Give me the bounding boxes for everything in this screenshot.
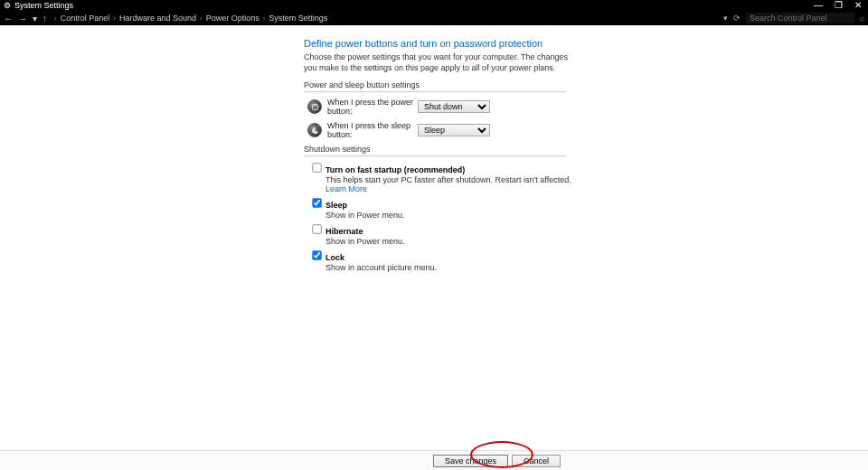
breadcrumb[interactable]: › Control Panel › Hardware and Sound › P… <box>54 14 327 23</box>
breadcrumb-item[interactable]: Control Panel <box>61 14 110 23</box>
sleep-button-label: When I press the sleep button: <box>327 121 418 139</box>
search-icon[interactable]: ⌕ <box>860 14 864 23</box>
fast-startup-row: Turn on fast startup (recommended) <box>311 162 575 174</box>
lock-checkbox-label[interactable]: Lock <box>311 253 344 262</box>
section-shutdown: Shutdown settings <box>304 145 566 156</box>
lock-option-row: Lock <box>311 249 575 262</box>
refresh-button[interactable]: ⟳ <box>733 14 741 23</box>
fast-startup-checkbox[interactable] <box>312 164 321 173</box>
breadcrumb-item[interactable]: System Settings <box>269 14 327 23</box>
sleep-button-row: When I press the sleep button: Sleep <box>304 121 575 139</box>
breadcrumb-item[interactable]: Hardware and Sound <box>119 14 196 23</box>
sleep-option-help: Show in Power menu. <box>311 211 575 220</box>
maximize-button[interactable]: ❐ <box>832 1 844 10</box>
power-button-select[interactable]: Shut down <box>418 100 490 113</box>
chevron-right-icon: › <box>113 14 116 23</box>
lock-checkbox[interactable] <box>312 251 321 260</box>
chevron-right-icon: › <box>200 14 203 23</box>
hibernate-option-row: Hibernate <box>311 223 575 236</box>
window-title: System Settings <box>14 1 73 10</box>
power-button-row: When I press the power button: Shut down <box>304 98 575 116</box>
minimize-button[interactable]: — <box>812 1 825 10</box>
page-description: Choose the power settings that you want … <box>304 52 575 73</box>
sleep-icon <box>307 123 322 137</box>
save-button[interactable]: Save changes <box>433 455 508 467</box>
fast-startup-help: This helps start your PC faster after sh… <box>311 175 575 193</box>
forward-button[interactable]: → <box>18 14 27 24</box>
close-button[interactable]: ✕ <box>852 1 864 10</box>
sleep-checkbox[interactable] <box>312 199 321 208</box>
search-input[interactable] <box>746 13 854 24</box>
learn-more-link[interactable]: Learn More <box>326 184 367 193</box>
back-button[interactable]: ← <box>4 14 13 24</box>
app-icon: ⚙ <box>4 1 11 10</box>
page-heading: Define power buttons and turn on passwor… <box>304 38 575 49</box>
hibernate-option-help: Show in Power menu. <box>311 237 575 246</box>
hibernate-checkbox[interactable] <box>312 225 321 234</box>
sleep-option-row: Sleep <box>311 197 575 210</box>
up-button[interactable]: ↑ <box>42 14 47 24</box>
chevron-down-icon[interactable]: ▾ <box>723 14 728 23</box>
sleep-button-select[interactable]: Sleep <box>418 124 490 136</box>
power-icon <box>307 99 322 114</box>
sleep-checkbox-label[interactable]: Sleep <box>311 201 347 210</box>
lock-option-help: Show in account picture menu. <box>311 263 575 272</box>
fast-startup-checkbox-label[interactable]: Turn on fast startup (recommended) <box>311 165 465 174</box>
section-power-buttons: Power and sleep button settings <box>304 80 566 92</box>
chevron-right-icon: › <box>263 14 266 23</box>
footer-bar: Save changes Cancel <box>0 450 868 470</box>
title-bar: ⚙ System Settings — ❐ ✕ <box>0 0 868 11</box>
hibernate-checkbox-label[interactable]: Hibernate <box>311 227 363 236</box>
main-content: Define power buttons and turn on passwor… <box>304 38 575 276</box>
cancel-button[interactable]: Cancel <box>512 455 561 467</box>
power-button-label: When I press the power button: <box>327 98 418 116</box>
window-controls: — ❐ ✕ <box>812 1 864 10</box>
recent-locations-button[interactable]: ▾ <box>33 14 37 24</box>
address-bar: ← → ▾ ↑ › Control Panel › Hardware and S… <box>0 11 868 25</box>
breadcrumb-item[interactable]: Power Options <box>206 14 259 23</box>
chevron-right-icon: › <box>54 14 57 23</box>
